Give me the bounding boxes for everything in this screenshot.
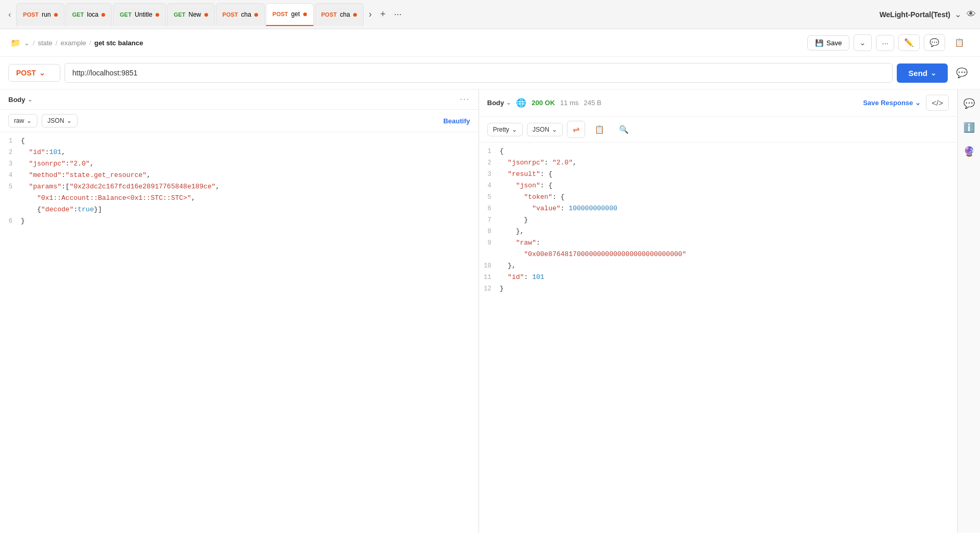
format-select[interactable]: raw ⌄ <box>8 114 37 128</box>
workspace-name: WeLight-Portal(Test) <box>880 10 950 19</box>
tab-method: GET <box>174 11 186 18</box>
tab-more-button[interactable]: ··· <box>392 7 404 22</box>
tab-post-cha1[interactable]: POST cha <box>216 3 265 26</box>
request-body-editor[interactable]: 1 { 2 "id":101, 3 "jsonrpc":"2.0", 4 "me… <box>0 132 479 533</box>
code-line-6: 6 } <box>0 216 479 228</box>
resp-line-8: 8 }, <box>479 227 958 238</box>
breadcrumb-sep-3: / <box>89 39 92 47</box>
right-sidebar: 💬 ℹ️ 🔮 <box>957 90 980 533</box>
tab-post-get-active[interactable]: POST get <box>266 3 314 26</box>
response-body-tab[interactable]: Body ⌄ <box>487 99 511 107</box>
resp-line-3: 3 "result": { <box>479 170 958 181</box>
resp-line-12: 12 } <box>479 284 958 296</box>
copy-button[interactable]: 📋 <box>949 35 970 50</box>
tab-method: GET <box>72 11 84 18</box>
tab-label: cha <box>340 11 350 18</box>
tab-dot <box>303 12 307 16</box>
tab-method: POST <box>223 11 238 18</box>
tab-label: run <box>42 11 50 18</box>
globe-icon: 🌐 <box>516 98 526 108</box>
tab-dot <box>204 13 208 17</box>
left-panel-more[interactable]: ··· <box>460 95 470 104</box>
tab-method: GET <box>120 11 132 18</box>
main-content: Body ⌄ ··· raw ⌄ JSON ⌄ Beautify 1 { 2 <box>0 90 980 533</box>
url-bar: POST ⌄ Send ⌄ 💬 <box>0 57 980 90</box>
response-size: 245 B <box>584 99 601 107</box>
method-label: POST <box>16 69 36 77</box>
tab-dot <box>353 13 357 17</box>
tab-dot <box>156 13 159 17</box>
tab-method: POST <box>273 11 288 17</box>
resp-line-6: 6 "value": 100000000000 <box>479 204 958 215</box>
save-icon: 💾 <box>815 39 823 47</box>
wrap-toggle-button[interactable]: ⇌ <box>567 121 585 138</box>
tab-get-untitle[interactable]: GET Untitle <box>113 3 166 26</box>
code-line-5: 5 "params":["0x23dc2c167fcd16e2891776584… <box>0 182 479 194</box>
breadcrumb-sep-2: / <box>56 39 58 47</box>
url-input[interactable] <box>65 63 893 83</box>
tab-prev-button[interactable]: ‹ <box>4 8 15 21</box>
resp-line-4: 4 "json": { <box>479 181 958 193</box>
sidebar-magic-button[interactable]: 🔮 <box>961 144 977 159</box>
tab-add-button[interactable]: + <box>378 7 388 22</box>
sidebar-chat-button[interactable]: 💬 <box>961 96 977 111</box>
tab-post-run[interactable]: POST run <box>16 3 64 26</box>
response-search-button[interactable]: 🔍 <box>614 122 634 137</box>
code-line-1: 1 { <box>0 136 479 148</box>
tab-label: Untitle <box>135 11 152 18</box>
tab-get-loca[interactable]: GET loca <box>66 3 112 26</box>
resp-line-5: 5 "token": { <box>479 193 958 204</box>
resp-line-1: 1 { <box>479 147 958 158</box>
resp-type-label: JSON <box>533 126 549 133</box>
resp-type-select[interactable]: JSON ⌄ <box>527 123 563 136</box>
tab-get-new[interactable]: GET New <box>167 3 215 26</box>
response-time: 11 ms <box>560 99 578 107</box>
comment-button[interactable]: 💬 <box>924 34 945 51</box>
response-sub-header: Pretty ⌄ JSON ⌄ ⇌ 📋 🔍 <box>479 117 958 143</box>
left-panel-header: Body ⌄ ··· <box>0 90 479 110</box>
edit-button[interactable]: ✏️ <box>898 34 920 51</box>
response-code-view-button[interactable]: </> <box>926 95 949 111</box>
body-tab[interactable]: Body ⌄ <box>8 96 32 104</box>
tab-label: New <box>189 11 201 18</box>
beautify-button[interactable]: Beautify <box>443 117 470 125</box>
save-button[interactable]: 💾 Save <box>807 35 850 50</box>
tab-dot <box>254 13 258 17</box>
response-body-editor[interactable]: 1 { 2 "jsonrpc": "2.0", 3 "result": { 4 … <box>479 143 958 533</box>
tab-post-cha2[interactable]: POST cha <box>315 3 364 26</box>
type-chevron: ⌄ <box>67 117 72 124</box>
response-copy-button[interactable]: 📋 <box>589 122 610 137</box>
tab-next-button[interactable]: › <box>367 7 374 22</box>
pretty-label: Pretty <box>493 126 509 133</box>
body-tab-label: Body <box>8 96 25 104</box>
resp-type-chevron: ⌄ <box>552 126 557 133</box>
resp-line-11: 11 "id": 101 <box>479 273 958 284</box>
save-dropdown-button[interactable]: ⌄ <box>854 34 872 51</box>
type-select[interactable]: JSON ⌄ <box>42 114 78 128</box>
pretty-select[interactable]: Pretty ⌄ <box>487 123 523 136</box>
resp-line-7: 7 } <box>479 215 958 227</box>
request-side-icon[interactable]: 💬 <box>952 65 972 81</box>
type-label: JSON <box>47 117 64 124</box>
breadcrumb-dropdown[interactable]: ⌄ <box>24 39 30 47</box>
tab-actions: › + ··· <box>367 7 404 22</box>
save-label: Save <box>827 39 842 47</box>
more-options-button[interactable]: ··· <box>876 35 894 51</box>
eye-button[interactable]: 👁 <box>966 9 976 20</box>
workspace-dropdown-button[interactable]: ⌄ <box>955 9 961 19</box>
breadcrumb-example: example <box>60 39 86 47</box>
pretty-chevron: ⌄ <box>512 126 517 133</box>
breadcrumb-state: state <box>38 39 53 47</box>
tab-method: POST <box>23 11 38 18</box>
response-header: Body ⌄ 🌐 200 OK 11 ms 245 B Save Respons… <box>479 90 958 117</box>
resp-line-9: 9 "raw": <box>479 238 958 250</box>
sidebar-info-button[interactable]: ℹ️ <box>961 120 977 135</box>
method-select[interactable]: POST ⌄ <box>8 64 60 82</box>
format-label: raw <box>14 117 24 124</box>
send-button[interactable]: Send ⌄ <box>897 63 948 83</box>
status-code: 200 OK <box>532 99 555 107</box>
tab-bar: ‹ POST run GET loca GET Untitle GET New … <box>0 0 980 29</box>
code-line-4: 4 "method":"state.get_resource", <box>0 171 479 182</box>
resp-line-10: 10 }, <box>479 261 958 273</box>
save-response-button[interactable]: Save Response ⌄ <box>863 99 921 107</box>
